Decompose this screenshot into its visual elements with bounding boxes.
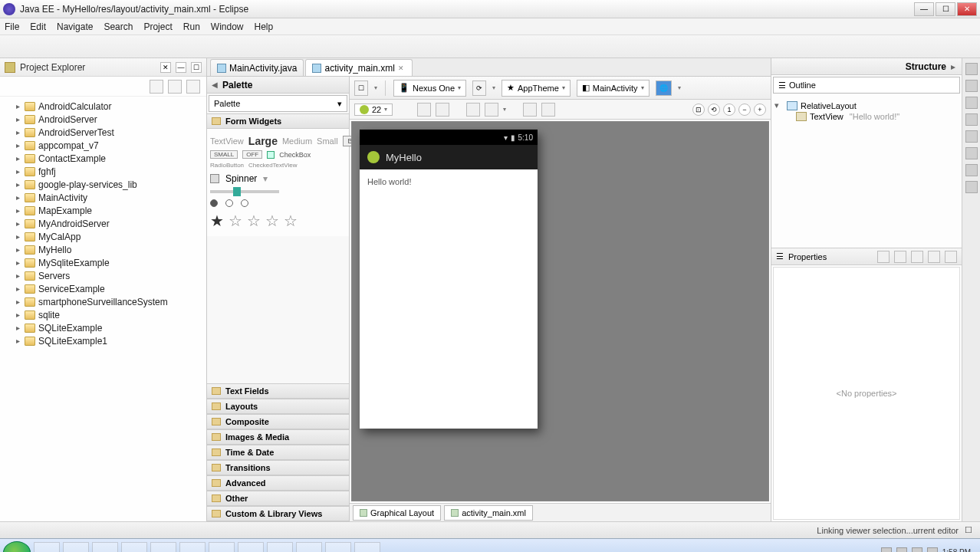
tab-close-icon[interactable]: ✕ — [398, 64, 406, 72]
tray-icon-4[interactable] — [927, 547, 938, 553]
taskbar-item-6[interactable] — [179, 542, 206, 553]
project-mapexample[interactable]: ▸MapExample — [2, 204, 205, 217]
tab-xml-source[interactable]: activity_main.xml — [444, 505, 533, 521]
expander-icon[interactable]: ▸ — [14, 324, 21, 332]
menu-edit[interactable]: Edit — [30, 21, 46, 32]
checkedtextview-widget[interactable]: CheckedTextView — [248, 162, 297, 169]
menu-help[interactable]: Help — [255, 21, 274, 32]
taskbar-item-5[interactable] — [150, 542, 176, 553]
project-androidcalculator[interactable]: ▸AndroidCalculator — [2, 100, 205, 113]
activity-selector[interactable]: ◧ MainActivity ▾ — [577, 80, 649, 97]
section-composite[interactable]: Composite — [207, 414, 349, 429]
menu-window[interactable]: Window — [211, 21, 244, 32]
project-servers[interactable]: ▸Servers — [2, 269, 205, 282]
expander-icon[interactable]: ▸ — [14, 245, 21, 254]
menu-search[interactable]: Search — [104, 21, 133, 32]
section-other[interactable]: Other — [207, 491, 349, 506]
section-images-media[interactable]: Images & Media — [207, 429, 349, 445]
taskbar-item-10[interactable] — [296, 542, 322, 553]
layout-actions-1[interactable] — [523, 103, 537, 117]
perspective-btn-8[interactable] — [965, 181, 978, 193]
project-tree[interactable]: ▸AndroidCalculator▸AndroidServer▸Android… — [0, 97, 206, 521]
view-menu-button[interactable] — [186, 80, 200, 94]
taskbar-item-12[interactable] — [354, 542, 380, 553]
taskbar-item-3[interactable] — [92, 542, 118, 553]
align-button[interactable] — [466, 103, 480, 117]
project-sqliteexample[interactable]: ▸SQLiteExample — [2, 321, 205, 334]
design-canvas[interactable]: ▾ ▮ 5:10 MyHello Hello world! — [351, 121, 769, 501]
expander-icon[interactable]: ▸ — [14, 167, 21, 176]
project-google-play-services-lib[interactable]: ▸google-play-services_lib — [2, 178, 205, 191]
expander-icon[interactable]: ▸ — [14, 219, 21, 228]
tray-icon-3[interactable] — [912, 547, 922, 553]
outline-tree[interactable]: ▾ RelativeLayout TextView "Hello world!" — [771, 95, 962, 248]
panel-minimize-icon[interactable]: — — [176, 62, 186, 73]
close-button[interactable]: ✕ — [957, 2, 977, 16]
toggle-layout-bounds[interactable] — [417, 103, 431, 117]
perspective-btn-4[interactable] — [965, 113, 978, 126]
tray-icon-1[interactable] — [881, 547, 892, 553]
taskbar-item-7[interactable] — [209, 542, 235, 553]
perspective-btn-7[interactable] — [965, 164, 978, 176]
expander-icon[interactable]: ▸ — [14, 102, 21, 110]
palette-back-icon[interactable]: ◀ — [212, 80, 218, 89]
menu-project[interactable]: Project — [143, 21, 172, 32]
minimize-button[interactable]: — — [914, 2, 934, 16]
outline-textview[interactable]: TextView "Hello world!" — [774, 111, 959, 122]
palette-selector[interactable]: Palette▾ — [209, 95, 347, 112]
expander-icon[interactable]: ▸ — [14, 310, 21, 319]
perspective-btn-1[interactable] — [965, 63, 978, 75]
section-advanced[interactable]: Advanced — [207, 475, 349, 491]
project-smartphonesurveillancesystem[interactable]: ▸smartphoneSurveillanceSystem — [2, 295, 205, 308]
expander-icon[interactable]: ▸ — [14, 115, 21, 123]
checkbox-icon[interactable] — [267, 151, 275, 159]
collapse-all-button[interactable] — [150, 80, 163, 94]
expander-icon[interactable]: ▸ — [14, 206, 21, 215]
locale-button[interactable]: 🌐 — [656, 80, 672, 96]
canvas-config-button[interactable]: ☐ — [354, 80, 368, 96]
project-myandroidserver[interactable]: ▸MyAndroidServer — [2, 217, 205, 230]
device-preview[interactable]: ▾ ▮ 5:10 MyHello Hello world! — [360, 130, 538, 429]
section-time-date[interactable]: Time & Date — [207, 445, 349, 460]
theme-selector[interactable]: ★ AppTheme ▾ — [502, 80, 571, 97]
layout-actions-2[interactable] — [541, 103, 555, 117]
section-text-fields[interactable]: Text Fields — [207, 383, 349, 399]
radiobutton-widget[interactable]: RadioButton — [210, 162, 244, 169]
expander-icon[interactable]: ▸ — [14, 128, 21, 136]
maximize-button[interactable]: ☐ — [936, 2, 955, 16]
props-btn-1[interactable] — [877, 251, 890, 263]
expander-icon[interactable]: ▸ — [14, 180, 21, 189]
menu-file[interactable]: File — [5, 21, 19, 32]
taskbar-item-4[interactable] — [121, 542, 147, 553]
small-button-widget[interactable]: SMALL — [210, 150, 238, 159]
project-serviceexample[interactable]: ▸ServiceExample — [2, 282, 205, 295]
perspective-btn-6[interactable] — [965, 147, 978, 159]
project-sqlite[interactable]: ▸sqlite — [2, 308, 205, 321]
spinner-widget[interactable]: Spinner — [225, 173, 257, 184]
project-appcompat-v7[interactable]: ▸appcompat_v7 — [2, 139, 205, 152]
zoom-reset-button[interactable]: ⟲ — [708, 104, 720, 116]
props-btn-5[interactable] — [945, 251, 957, 263]
menu-navigate[interactable]: Navigate — [57, 21, 93, 32]
radiogroup-widget[interactable] — [210, 199, 346, 207]
expander-icon[interactable]: ▾ — [774, 100, 784, 110]
hello-world-textview[interactable]: Hello world! — [367, 177, 411, 186]
zoom-100-button[interactable]: 1 — [723, 104, 735, 116]
project-contactexample[interactable]: ▸ContactExample — [2, 152, 205, 165]
seekbar-widget[interactable] — [210, 190, 279, 193]
expander-icon[interactable]: ▸ — [14, 297, 21, 306]
panel-maximize-icon[interactable]: ☐ — [191, 62, 202, 73]
project-androidserver[interactable]: ▸AndroidServer — [2, 113, 205, 126]
menu-run[interactable]: Run — [183, 21, 200, 32]
tab-graphical-layout[interactable]: Graphical Layout — [353, 505, 441, 521]
panel-close-icon[interactable]: ✕ — [160, 62, 171, 73]
chevron-right-icon[interactable]: ▸ — [951, 61, 955, 72]
outline-selector[interactable]: ☰ Outline — [773, 77, 960, 94]
perspective-btn-2[interactable] — [965, 80, 978, 92]
device-content[interactable]: Hello world! — [360, 169, 538, 194]
tab-activity-main-xml[interactable]: activity_main.xml ✕ — [305, 59, 412, 76]
section-transitions[interactable]: Transitions — [207, 460, 349, 475]
project-myhello[interactable]: ▸MyHello — [2, 243, 205, 256]
perspective-btn-5[interactable] — [965, 130, 978, 143]
section-form-widgets[interactable]: Form Widgets — [207, 113, 349, 129]
